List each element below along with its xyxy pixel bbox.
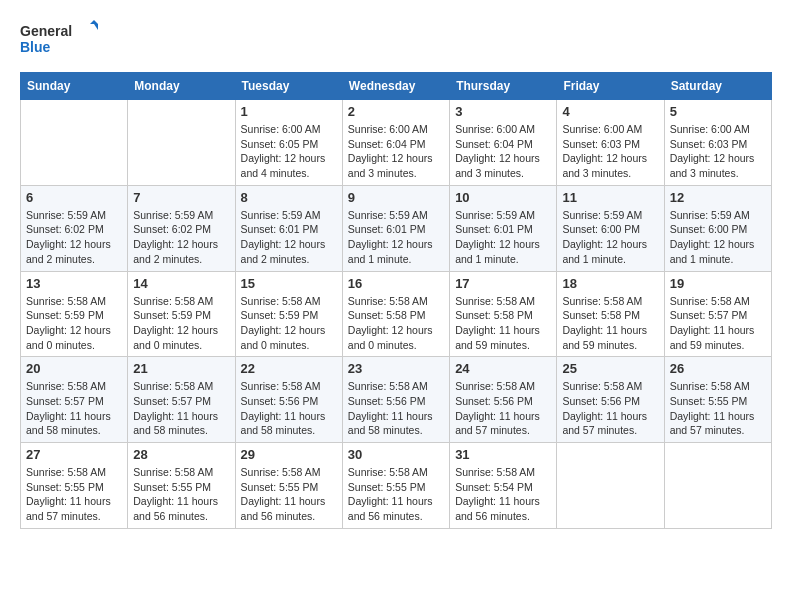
calendar-cell bbox=[128, 100, 235, 186]
day-number: 28 bbox=[133, 447, 229, 462]
calendar-cell: 8 Sunrise: 5:59 AM Sunset: 6:01 PM Dayli… bbox=[235, 185, 342, 271]
calendar-cell: 16 Sunrise: 5:58 AM Sunset: 5:58 PM Dayl… bbox=[342, 271, 449, 357]
calendar-table: SundayMondayTuesdayWednesdayThursdayFrid… bbox=[20, 72, 772, 529]
day-info: Sunrise: 6:00 AM Sunset: 6:04 PM Dayligh… bbox=[348, 122, 444, 181]
day-number: 23 bbox=[348, 361, 444, 376]
day-info: Sunrise: 5:58 AM Sunset: 5:54 PM Dayligh… bbox=[455, 465, 551, 524]
calendar-cell: 10 Sunrise: 5:59 AM Sunset: 6:01 PM Dayl… bbox=[450, 185, 557, 271]
calendar-cell: 2 Sunrise: 6:00 AM Sunset: 6:04 PM Dayli… bbox=[342, 100, 449, 186]
day-number: 21 bbox=[133, 361, 229, 376]
day-number: 12 bbox=[670, 190, 766, 205]
day-info: Sunrise: 5:58 AM Sunset: 5:55 PM Dayligh… bbox=[241, 465, 337, 524]
weekday-header-wednesday: Wednesday bbox=[342, 73, 449, 100]
calendar-cell: 18 Sunrise: 5:58 AM Sunset: 5:58 PM Dayl… bbox=[557, 271, 664, 357]
day-number: 10 bbox=[455, 190, 551, 205]
day-info: Sunrise: 5:59 AM Sunset: 6:00 PM Dayligh… bbox=[670, 208, 766, 267]
day-number: 26 bbox=[670, 361, 766, 376]
day-number: 11 bbox=[562, 190, 658, 205]
day-number: 18 bbox=[562, 276, 658, 291]
day-number: 27 bbox=[26, 447, 122, 462]
day-number: 7 bbox=[133, 190, 229, 205]
calendar-header: SundayMondayTuesdayWednesdayThursdayFrid… bbox=[21, 73, 772, 100]
day-info: Sunrise: 5:58 AM Sunset: 5:55 PM Dayligh… bbox=[348, 465, 444, 524]
calendar-cell: 4 Sunrise: 6:00 AM Sunset: 6:03 PM Dayli… bbox=[557, 100, 664, 186]
calendar-cell: 9 Sunrise: 5:59 AM Sunset: 6:01 PM Dayli… bbox=[342, 185, 449, 271]
day-number: 15 bbox=[241, 276, 337, 291]
calendar-cell: 31 Sunrise: 5:58 AM Sunset: 5:54 PM Dayl… bbox=[450, 443, 557, 529]
day-info: Sunrise: 5:58 AM Sunset: 5:56 PM Dayligh… bbox=[348, 379, 444, 438]
day-info: Sunrise: 6:00 AM Sunset: 6:03 PM Dayligh… bbox=[562, 122, 658, 181]
calendar-cell: 3 Sunrise: 6:00 AM Sunset: 6:04 PM Dayli… bbox=[450, 100, 557, 186]
day-info: Sunrise: 5:58 AM Sunset: 5:55 PM Dayligh… bbox=[670, 379, 766, 438]
day-info: Sunrise: 5:59 AM Sunset: 6:02 PM Dayligh… bbox=[26, 208, 122, 267]
day-number: 5 bbox=[670, 104, 766, 119]
day-info: Sunrise: 5:58 AM Sunset: 5:59 PM Dayligh… bbox=[26, 294, 122, 353]
day-info: Sunrise: 5:59 AM Sunset: 6:00 PM Dayligh… bbox=[562, 208, 658, 267]
day-number: 13 bbox=[26, 276, 122, 291]
day-number: 17 bbox=[455, 276, 551, 291]
day-info: Sunrise: 5:58 AM Sunset: 5:56 PM Dayligh… bbox=[455, 379, 551, 438]
day-info: Sunrise: 6:00 AM Sunset: 6:03 PM Dayligh… bbox=[670, 122, 766, 181]
logo-icon: General Blue bbox=[20, 20, 100, 56]
weekday-header-sunday: Sunday bbox=[21, 73, 128, 100]
day-info: Sunrise: 5:58 AM Sunset: 5:58 PM Dayligh… bbox=[348, 294, 444, 353]
day-number: 25 bbox=[562, 361, 658, 376]
day-info: Sunrise: 5:58 AM Sunset: 5:58 PM Dayligh… bbox=[562, 294, 658, 353]
calendar-cell: 15 Sunrise: 5:58 AM Sunset: 5:59 PM Dayl… bbox=[235, 271, 342, 357]
day-number: 2 bbox=[348, 104, 444, 119]
calendar-cell: 21 Sunrise: 5:58 AM Sunset: 5:57 PM Dayl… bbox=[128, 357, 235, 443]
calendar-cell: 23 Sunrise: 5:58 AM Sunset: 5:56 PM Dayl… bbox=[342, 357, 449, 443]
calendar-cell: 6 Sunrise: 5:59 AM Sunset: 6:02 PM Dayli… bbox=[21, 185, 128, 271]
day-number: 24 bbox=[455, 361, 551, 376]
calendar-cell: 26 Sunrise: 5:58 AM Sunset: 5:55 PM Dayl… bbox=[664, 357, 771, 443]
day-number: 16 bbox=[348, 276, 444, 291]
calendar-cell: 27 Sunrise: 5:58 AM Sunset: 5:55 PM Dayl… bbox=[21, 443, 128, 529]
day-info: Sunrise: 6:00 AM Sunset: 6:05 PM Dayligh… bbox=[241, 122, 337, 181]
calendar-cell: 24 Sunrise: 5:58 AM Sunset: 5:56 PM Dayl… bbox=[450, 357, 557, 443]
day-number: 31 bbox=[455, 447, 551, 462]
day-info: Sunrise: 5:59 AM Sunset: 6:01 PM Dayligh… bbox=[348, 208, 444, 267]
day-number: 3 bbox=[455, 104, 551, 119]
weekday-header-saturday: Saturday bbox=[664, 73, 771, 100]
day-number: 22 bbox=[241, 361, 337, 376]
day-info: Sunrise: 5:58 AM Sunset: 5:57 PM Dayligh… bbox=[670, 294, 766, 353]
day-number: 8 bbox=[241, 190, 337, 205]
calendar-cell: 29 Sunrise: 5:58 AM Sunset: 5:55 PM Dayl… bbox=[235, 443, 342, 529]
svg-marker-3 bbox=[90, 20, 98, 24]
calendar-cell: 25 Sunrise: 5:58 AM Sunset: 5:56 PM Dayl… bbox=[557, 357, 664, 443]
page-header: General Blue bbox=[20, 20, 772, 56]
day-info: Sunrise: 5:59 AM Sunset: 6:01 PM Dayligh… bbox=[241, 208, 337, 267]
day-number: 19 bbox=[670, 276, 766, 291]
day-info: Sunrise: 5:58 AM Sunset: 5:55 PM Dayligh… bbox=[133, 465, 229, 524]
day-info: Sunrise: 5:58 AM Sunset: 5:59 PM Dayligh… bbox=[241, 294, 337, 353]
calendar-cell: 19 Sunrise: 5:58 AM Sunset: 5:57 PM Dayl… bbox=[664, 271, 771, 357]
svg-text:Blue: Blue bbox=[20, 39, 51, 55]
svg-marker-4 bbox=[94, 24, 98, 30]
day-info: Sunrise: 5:59 AM Sunset: 6:02 PM Dayligh… bbox=[133, 208, 229, 267]
day-number: 20 bbox=[26, 361, 122, 376]
day-number: 9 bbox=[348, 190, 444, 205]
day-number: 1 bbox=[241, 104, 337, 119]
day-info: Sunrise: 5:59 AM Sunset: 6:01 PM Dayligh… bbox=[455, 208, 551, 267]
day-info: Sunrise: 5:58 AM Sunset: 5:57 PM Dayligh… bbox=[133, 379, 229, 438]
calendar-cell: 1 Sunrise: 6:00 AM Sunset: 6:05 PM Dayli… bbox=[235, 100, 342, 186]
calendar-cell: 12 Sunrise: 5:59 AM Sunset: 6:00 PM Dayl… bbox=[664, 185, 771, 271]
weekday-header-tuesday: Tuesday bbox=[235, 73, 342, 100]
calendar-cell: 17 Sunrise: 5:58 AM Sunset: 5:58 PM Dayl… bbox=[450, 271, 557, 357]
weekday-header-monday: Monday bbox=[128, 73, 235, 100]
day-number: 14 bbox=[133, 276, 229, 291]
calendar-cell: 13 Sunrise: 5:58 AM Sunset: 5:59 PM Dayl… bbox=[21, 271, 128, 357]
calendar-cell: 5 Sunrise: 6:00 AM Sunset: 6:03 PM Dayli… bbox=[664, 100, 771, 186]
day-info: Sunrise: 5:58 AM Sunset: 5:58 PM Dayligh… bbox=[455, 294, 551, 353]
day-info: Sunrise: 6:00 AM Sunset: 6:04 PM Dayligh… bbox=[455, 122, 551, 181]
day-info: Sunrise: 5:58 AM Sunset: 5:55 PM Dayligh… bbox=[26, 465, 122, 524]
day-info: Sunrise: 5:58 AM Sunset: 5:56 PM Dayligh… bbox=[562, 379, 658, 438]
calendar-cell: 7 Sunrise: 5:59 AM Sunset: 6:02 PM Dayli… bbox=[128, 185, 235, 271]
calendar-cell: 14 Sunrise: 5:58 AM Sunset: 5:59 PM Dayl… bbox=[128, 271, 235, 357]
calendar-cell: 20 Sunrise: 5:58 AM Sunset: 5:57 PM Dayl… bbox=[21, 357, 128, 443]
day-number: 6 bbox=[26, 190, 122, 205]
weekday-header-thursday: Thursday bbox=[450, 73, 557, 100]
day-info: Sunrise: 5:58 AM Sunset: 5:57 PM Dayligh… bbox=[26, 379, 122, 438]
calendar-cell: 22 Sunrise: 5:58 AM Sunset: 5:56 PM Dayl… bbox=[235, 357, 342, 443]
day-number: 4 bbox=[562, 104, 658, 119]
